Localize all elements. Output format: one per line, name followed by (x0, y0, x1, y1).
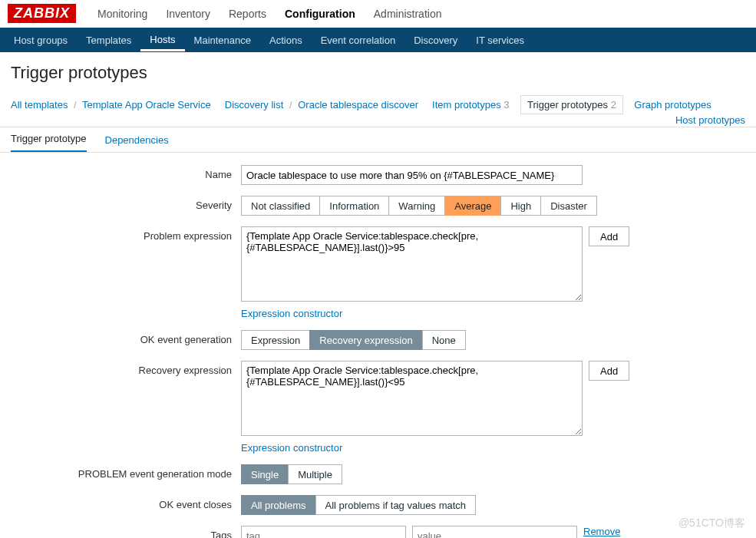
ok-event-closes-label: OK event closes (11, 495, 241, 510)
crumb-discovery-rule[interactable]: Oracle tablespace discover (298, 99, 418, 111)
recovery-expression-textarea[interactable]: {Template App Oracle Service:tablespace.… (241, 361, 583, 436)
subnav-templates[interactable]: Templates (77, 29, 140, 51)
problem-mode-single[interactable]: Single (241, 464, 288, 484)
ok-event-generation-group: Expression Recovery expression None (241, 330, 466, 350)
subnav-hosts[interactable]: Hosts (140, 28, 184, 51)
severity-group: Not classified Information Warning Avera… (241, 196, 597, 216)
crumb-template[interactable]: Template App Oracle Service (82, 99, 211, 111)
crumb-item-prototypes[interactable]: Item prototypes 3 (432, 99, 509, 111)
crumb-graph-prototypes[interactable]: Graph prototypes (634, 99, 711, 111)
problem-expression-textarea[interactable]: {Template App Oracle Service:tablespace.… (241, 226, 583, 302)
page-title: Trigger prototypes (0, 52, 756, 92)
crumb-sep: / (286, 99, 295, 111)
problem-mode-multiple[interactable]: Multiple (288, 464, 342, 484)
subnav-discovery[interactable]: Discovery (404, 29, 467, 51)
subnav-host-groups[interactable]: Host groups (5, 29, 77, 51)
ok-gen-none[interactable]: None (422, 330, 466, 350)
ok-closes-tag-match[interactable]: All problems if tag values match (315, 495, 477, 515)
tag-name-input[interactable] (241, 526, 406, 538)
severity-disaster[interactable]: Disaster (540, 196, 597, 216)
tab-dependencies[interactable]: Dependencies (105, 128, 169, 152)
severity-information[interactable]: Information (319, 196, 388, 216)
top-nav: ZABBIX Monitoring Inventory Reports Conf… (0, 0, 756, 28)
crumb-all-templates[interactable]: All templates (11, 99, 68, 111)
problem-expression-label: Problem expression (11, 226, 241, 242)
name-label: Name (11, 165, 241, 180)
problem-mode-group: Single Multiple (241, 464, 342, 484)
crumb-host-prototypes[interactable]: Host prototypes (675, 114, 745, 126)
tags-label: Tags (11, 526, 241, 538)
nav-configuration[interactable]: Configuration (276, 2, 365, 26)
tag-remove-link[interactable]: Remove (583, 526, 620, 537)
severity-not-classified[interactable]: Not classified (241, 196, 319, 216)
severity-average[interactable]: Average (444, 196, 500, 216)
severity-high[interactable]: High (500, 196, 540, 216)
name-input[interactable] (241, 165, 583, 185)
nav-inventory[interactable]: Inventory (157, 2, 220, 26)
crumb-trigger-prototypes-current: Trigger prototypes 2 (520, 95, 623, 114)
breadcrumb: All templates / Template App Oracle Serv… (0, 92, 756, 122)
crumb-discovery-list[interactable]: Discovery list (225, 99, 284, 111)
subnav-event-correlation[interactable]: Event correlation (312, 29, 405, 51)
problem-mode-label: PROBLEM event generation mode (11, 464, 241, 480)
sub-nav: Host groups Templates Hosts Maintenance … (0, 28, 756, 52)
subnav-maintenance[interactable]: Maintenance (185, 29, 260, 51)
crumb-sep: / (71, 99, 80, 111)
problem-expression-constructor-link[interactable]: Expression constructor (241, 308, 342, 319)
nav-reports[interactable]: Reports (220, 2, 276, 26)
logo: ZABBIX (8, 4, 76, 23)
severity-label: Severity (11, 196, 241, 211)
severity-warning[interactable]: Warning (388, 196, 444, 216)
recovery-expression-add-button[interactable]: Add (589, 361, 629, 381)
subnav-actions[interactable]: Actions (260, 29, 312, 51)
tag-value-input[interactable] (412, 526, 577, 538)
form-tabs: Trigger prototype Dependencies (0, 127, 756, 153)
recovery-expression-constructor-link[interactable]: Expression constructor (241, 442, 342, 454)
nav-administration[interactable]: Administration (365, 2, 451, 26)
ok-gen-recovery-expression[interactable]: Recovery expression (309, 330, 421, 350)
trigger-form: Name Severity Not classified Information… (0, 153, 756, 538)
ok-event-closes-group: All problems All problems if tag values … (241, 495, 476, 515)
problem-expression-add-button[interactable]: Add (589, 226, 629, 246)
nav-monitoring[interactable]: Monitoring (88, 2, 157, 26)
subnav-it-services[interactable]: IT services (467, 29, 533, 51)
ok-closes-all-problems[interactable]: All problems (241, 495, 315, 515)
recovery-expression-label: Recovery expression (11, 361, 241, 376)
tab-trigger-prototype[interactable]: Trigger prototype (11, 127, 87, 152)
ok-event-generation-label: OK event generation (11, 330, 241, 345)
watermark: @51CTO博客 (678, 517, 745, 530)
ok-gen-expression[interactable]: Expression (241, 330, 309, 350)
